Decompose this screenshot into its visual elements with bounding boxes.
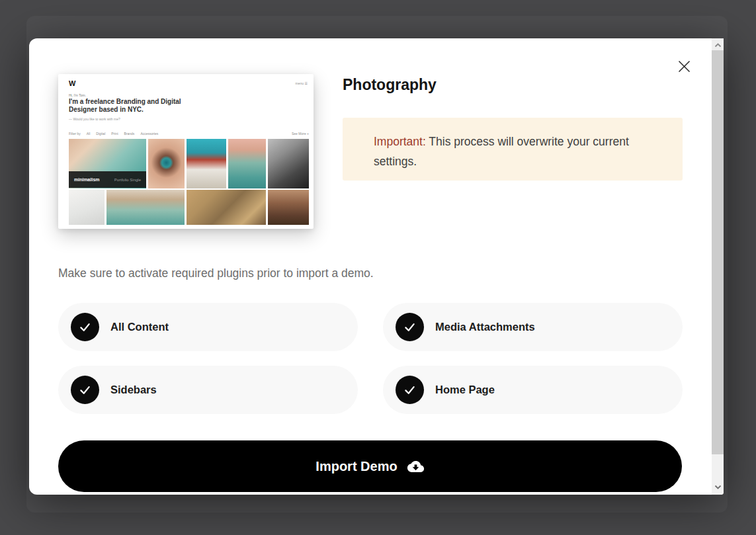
cloud-download-icon [407,460,425,473]
import-demo-label: Import Demo [315,459,397,474]
modal-scrollbar[interactable] [712,38,724,495]
photo-eye-closeup [148,139,185,188]
option-label: All Content [110,321,169,333]
import-options-grid: All Content Media Attachments Sidebars H… [58,303,683,414]
option-media-attachments[interactable]: Media Attachments [383,303,683,351]
option-all-content[interactable]: All Content [58,303,358,351]
photo-snow-skier [69,190,105,225]
warning-highlight: Important [374,135,423,148]
option-label: Home Page [435,384,495,396]
option-label: Media Attachments [435,321,535,333]
preview-site-logo: W [69,79,75,87]
caption-category: Portfolio Single [114,178,141,182]
check-icon [396,376,424,404]
preview-filter-row: Filter by All Digital Print Brands Acces… [69,132,309,136]
photo-woman-water: minimalism Portfolio Single [69,139,146,188]
option-sidebars[interactable]: Sidebars [58,366,358,414]
chevron-down-icon [714,480,722,492]
chevron-up-icon [714,38,722,50]
page-background: W menu ☰ Hi, I'm Tom. I'm a freelance Br… [0,0,756,535]
scrollbar-down-button[interactable] [712,480,724,492]
preview-see-more: See More + [292,132,309,136]
scrollbar-up-button[interactable] [712,38,724,50]
check-icon [71,313,99,341]
caption-title: minimalism [74,177,100,182]
preview-menu-label: menu ☰ [296,81,308,85]
preview-tagline: — Would you like to work with me? [69,117,120,121]
close-button[interactable] [675,58,693,77]
warning-banner: Important: This process will overwrite y… [343,118,683,181]
photo-bw-portrait [268,139,309,188]
demo-preview-image: W menu ☰ Hi, I'm Tom. I'm a freelance Br… [58,74,314,229]
preview-photo-grid: minimalism Portfolio Single [69,139,309,225]
scrollbar-thumb[interactable] [712,50,724,454]
plugins-note: Make sure to activate required plugins p… [58,267,374,280]
photo-protest-signs [187,190,266,225]
check-icon [71,376,99,404]
import-demo-modal: W menu ☰ Hi, I'm Tom. I'm a freelance Br… [29,38,724,495]
option-home-page[interactable]: Home Page [383,366,683,414]
option-label: Sidebars [110,384,157,396]
import-demo-button[interactable]: Import Demo [58,440,682,492]
preview-heading: I'm a freelance Branding and Digital Des… [69,98,201,113]
photo-caption-bar: minimalism Portfolio Single [69,171,146,188]
close-icon [678,60,691,75]
check-icon [396,313,424,341]
photo-man-graffiti [187,139,226,188]
modal-title: Photography [343,76,437,94]
preview-greeting: Hi, I'm Tom. [69,93,86,97]
photo-mountain-dusk [268,190,309,225]
photo-beach-aerial [228,139,266,188]
photo-rio-landscape [106,190,185,225]
